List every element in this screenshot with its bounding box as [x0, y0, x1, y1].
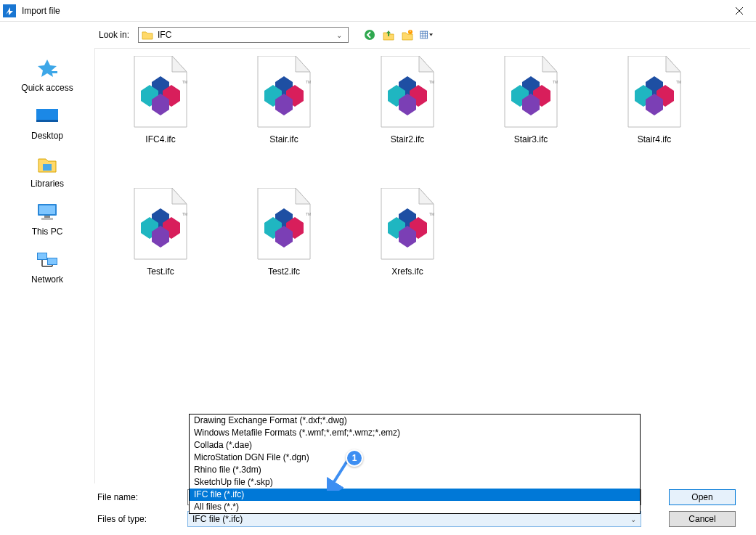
- lookin-label: Look in:: [0, 30, 138, 40]
- back-button[interactable]: [363, 28, 376, 41]
- filetype-option[interactable]: Rhino file (*.3dm): [190, 464, 640, 476]
- up-button[interactable]: [382, 28, 395, 41]
- file-item[interactable]: Stair4.ifc: [603, 56, 705, 144]
- filetype-option[interactable]: IFC file (*.ifc): [190, 489, 640, 501]
- sidebar-item-desktop[interactable]: Desktop: [0, 106, 94, 141]
- new-folder-icon: *: [401, 28, 414, 41]
- close-button[interactable]: [723, 0, 756, 22]
- lookin-select[interactable]: IFC ⌄: [138, 27, 349, 43]
- sidebar-item-label: Quick access: [21, 83, 73, 93]
- sidebar-item-label: Network: [31, 274, 63, 285]
- svg-rect-19: [38, 253, 46, 259]
- libraries-icon: [35, 154, 60, 176]
- app-icon: [3, 4, 16, 17]
- open-button[interactable]: Open: [669, 489, 736, 505]
- up-folder-icon: [382, 28, 395, 41]
- svg-rect-4: [420, 31, 428, 38]
- chevron-down-icon: ⌄: [333, 31, 345, 39]
- file-item[interactable]: Stair2.ifc: [357, 56, 458, 144]
- this-pc-icon: [35, 202, 60, 224]
- file-thumbnail: [502, 56, 560, 128]
- sidebar-item-libraries[interactable]: Libraries: [0, 154, 94, 189]
- svg-point-1: [365, 30, 375, 40]
- lookin-value: IFC: [158, 30, 333, 40]
- quick-access-icon: [35, 58, 60, 80]
- filetype-option[interactable]: Drawing Exchange Format (*.dxf;*.dwg): [190, 414, 640, 427]
- file-thumbnail: [255, 56, 313, 128]
- view-menu-button[interactable]: [420, 28, 433, 41]
- network-icon: [35, 250, 60, 271]
- file-item[interactable]: Stair.ifc: [233, 56, 335, 144]
- filetype-option[interactable]: MicroStation DGN File (*.dgn): [190, 452, 640, 464]
- file-item[interactable]: Test2.ifc: [233, 188, 335, 277]
- sidebar-item-quick-access[interactable]: Quick access: [0, 58, 94, 93]
- window-title: Import file: [22, 6, 723, 16]
- file-name: Stair4.ifc: [638, 134, 672, 144]
- file-name: Xrefs.ifc: [391, 266, 423, 277]
- filetype-dropdown-list[interactable]: Drawing Exchange Format (*.dxf;*.dwg)Win…: [189, 414, 641, 514]
- nav-toolbar: *: [363, 28, 433, 41]
- svg-rect-16: [41, 218, 53, 220]
- file-name: Test.ifc: [147, 266, 174, 277]
- file-item[interactable]: IFC4.ifc: [110, 56, 211, 144]
- svg-rect-9: [52, 71, 57, 73]
- file-name: Stair.ifc: [269, 134, 298, 144]
- file-item[interactable]: Test.ifc: [110, 188, 211, 277]
- file-thumbnail: [378, 56, 436, 128]
- titlebar: Import file: [0, 0, 756, 22]
- new-folder-button[interactable]: *: [401, 28, 414, 41]
- sidebar-item-label: Libraries: [31, 179, 64, 189]
- filetype-option[interactable]: All files (*.*): [190, 501, 640, 513]
- svg-rect-15: [44, 216, 50, 218]
- filetype-label: Files of type:: [0, 514, 187, 524]
- svg-rect-12: [43, 164, 52, 171]
- chevron-down-icon: ⌄: [630, 515, 636, 523]
- filetype-value: IFC file (*.ifc): [192, 514, 630, 524]
- filetype-option[interactable]: SketchUp file (*.skp): [190, 476, 640, 489]
- svg-rect-14: [39, 205, 55, 214]
- svg-rect-11: [36, 120, 58, 122]
- file-name: Stair2.ifc: [391, 134, 425, 144]
- filetype-option[interactable]: Windows Metafile Formats (*.wmf;*.emf;*.…: [190, 427, 640, 439]
- back-icon: [363, 28, 376, 41]
- places-sidebar: Quick access Desktop Libraries This PC N…: [0, 48, 94, 483]
- svg-text:*: *: [410, 30, 411, 34]
- svg-rect-20: [48, 258, 57, 264]
- desktop-icon: [35, 106, 60, 128]
- file-name: Test2.ifc: [268, 266, 300, 277]
- lookin-row: Look in: IFC ⌄ *: [0, 22, 756, 48]
- file-item[interactable]: Xrefs.ifc: [357, 188, 458, 277]
- sidebar-item-this-pc[interactable]: This PC: [0, 202, 94, 237]
- folder-icon: [142, 30, 153, 40]
- sidebar-item-label: Desktop: [31, 131, 63, 141]
- filename-label: File name:: [0, 492, 187, 502]
- view-menu-icon: [420, 28, 433, 41]
- file-item[interactable]: Stair3.ifc: [480, 56, 582, 144]
- file-thumbnail: [255, 188, 313, 261]
- file-name: Stair3.ifc: [514, 134, 548, 144]
- close-icon: [735, 7, 744, 15]
- sidebar-item-network[interactable]: Network: [0, 250, 94, 285]
- filetype-option[interactable]: Collada (*.dae): [190, 439, 640, 452]
- cancel-button[interactable]: Cancel: [669, 511, 736, 527]
- file-thumbnail: [131, 188, 190, 261]
- file-thumbnail: [131, 56, 190, 128]
- sidebar-item-label: This PC: [32, 226, 63, 237]
- file-name: IFC4.ifc: [145, 134, 175, 144]
- file-thumbnail: [625, 56, 683, 128]
- file-thumbnail: [378, 188, 436, 261]
